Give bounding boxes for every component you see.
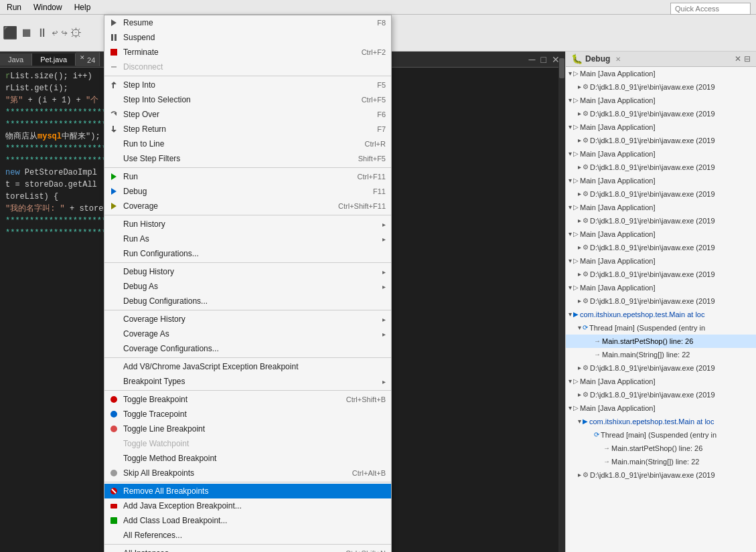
menu-item-debug-configurations[interactable]: Debug Configurations... — [104, 294, 391, 308]
maximize-button[interactable]: □ — [541, 54, 546, 65]
menu-item-run[interactable]: RunCtrl+F11 — [104, 169, 391, 184]
menu-item-suspend[interactable]: Suspend — [104, 30, 391, 45]
tree-item[interactable]: ▸⚙D:\jdk1.8.0_91\jre\bin\javaw.exe (2019 — [566, 107, 756, 120]
menu-item-all-references[interactable]: All References... — [104, 528, 391, 543]
tree-item[interactable]: ▾▷Main [Java Application] — [566, 254, 756, 268]
menu-item-step-return[interactable]: Step ReturnF7 — [104, 122, 391, 136]
menu-item-resume[interactable]: ResumeF8 — [104, 15, 391, 30]
debug-close-button[interactable]: ✕ — [735, 54, 741, 64]
tree-item[interactable]: ⟳Thread [main] (Suspended (entry in — [566, 428, 756, 442]
vertical-scrollbar[interactable] — [558, 52, 565, 552]
expand-icon[interactable]: ▾ — [569, 256, 572, 266]
menu-item-run-history[interactable]: Run History▸ — [104, 217, 391, 232]
tree-item[interactable]: →Main.main(String[]) line: 22 — [566, 348, 756, 361]
quick-access-input[interactable] — [670, 3, 751, 15]
menu-item-toggle-line-breakpoint[interactable]: Toggle Line Breakpoint — [104, 422, 391, 436]
expand-icon[interactable]: ▾ — [569, 376, 572, 387]
tree-item[interactable]: ▾▶com.itshixun.epetshop.test.Main at loc — [566, 415, 756, 428]
menu-item-remove-all-breakpoints[interactable]: Remove All Breakpoints — [104, 484, 391, 498]
tab-pet-java[interactable]: Pet.java — [32, 54, 76, 66]
expand-icon[interactable]: ▸ — [578, 162, 581, 173]
menu-item-debug-as[interactable]: Debug As▸ — [104, 279, 391, 294]
menu-item-toggle-breakpoint[interactable]: Toggle BreakpointCtrl+Shift+B — [104, 392, 391, 407]
menu-item-step-into-selection[interactable]: Step Into SelectionCtrl+F5 — [104, 92, 391, 107]
menu-run[interactable]: Run — [1, 1, 27, 13]
debug-tree[interactable]: ▾▷Main [Java Application]▸⚙D:\jdk1.8.0_9… — [566, 67, 756, 550]
menu-item-run-to-line[interactable]: Run to LineCtrl+R — [104, 136, 391, 151]
menu-item-coverage[interactable]: CoverageCtrl+Shift+F11 — [104, 199, 391, 213]
expand-icon[interactable]: ▾ — [569, 95, 572, 106]
expand-icon[interactable]: ▸ — [578, 363, 581, 373]
expand-icon[interactable]: ▾ — [569, 122, 572, 132]
tree-item[interactable]: ▾▷Main [Java Application] — [566, 227, 756, 241]
expand-icon[interactable]: ▾ — [569, 403, 572, 413]
expand-icon[interactable]: ▾ — [569, 229, 572, 240]
tree-item[interactable]: ▸⚙D:\jdk1.8.0_91\jre\bin\javaw.exe (2019 — [566, 134, 756, 147]
tab-overflow[interactable]: ✕ 24 — [76, 52, 100, 66]
menu-window[interactable]: Window — [28, 1, 68, 13]
tree-item[interactable]: ▸⚙D:\jdk1.8.0_91\jre\bin\javaw.exe (2019 — [566, 187, 756, 201]
expand-icon[interactable]: ▾ — [569, 175, 572, 186]
expand-icon[interactable]: ▸ — [578, 389, 581, 400]
menu-item-debug-history[interactable]: Debug History▸ — [104, 264, 391, 279]
expand-icon[interactable]: ▾ — [569, 309, 572, 320]
menu-item-step-into[interactable]: Step IntoF5 — [104, 78, 391, 92]
menu-item-skip-all-breakpoints[interactable]: Skip All BreakpointsCtrl+Alt+B — [104, 466, 391, 480]
tree-item[interactable]: ▸⚙D:\jdk1.8.0_91\jre\bin\javaw.exe (2019 — [566, 268, 756, 281]
tree-item[interactable]: →Main.startPetShop() line: 26 — [566, 335, 756, 348]
menu-item-add-java-exception-breakpoint[interactable]: Add Java Exception Breakpoint... — [104, 498, 391, 513]
tree-item[interactable]: ▾▷Main [Java Application] — [566, 375, 756, 388]
expand-icon[interactable]: ▸ — [578, 82, 581, 92]
minimize-button[interactable]: ─ — [529, 54, 536, 65]
tree-item[interactable]: ▾⟳Thread [main] (Suspended (entry in — [566, 321, 756, 335]
menu-item-use-step-filters[interactable]: Use Step FiltersShift+F5 — [104, 151, 391, 166]
menu-item-toggle-method-breakpoint[interactable]: Toggle Method Breakpoint — [104, 451, 391, 466]
menu-item-coverage-history[interactable]: Coverage History▸ — [104, 312, 391, 327]
tree-item[interactable]: ▸⚙D:\jdk1.8.0_91\jre\bin\javaw.exe (2019 — [566, 294, 756, 308]
menu-item-add-v8/chrome-javascript-exception-breakpoint[interactable]: Add V8/Chrome JavaScript Exception Break… — [104, 359, 391, 374]
expand-icon[interactable]: ▾ — [578, 323, 581, 333]
menu-item-all-instances[interactable]: All Instances...Ctrl+Shift+N — [104, 546, 391, 552]
expand-icon[interactable]: ▾ — [569, 149, 572, 159]
menu-item-add-class-load-breakpoint[interactable]: Add Class Load Breakpoint... — [104, 513, 391, 528]
expand-icon[interactable]: ▾ — [578, 416, 581, 427]
tree-item[interactable]: ▾▷Main [Java Application] — [566, 120, 756, 134]
tree-item[interactable]: ▾▷Main [Java Application] — [566, 281, 756, 294]
tree-item[interactable]: ▾▷Main [Java Application] — [566, 401, 756, 415]
menu-item-run-configurations[interactable]: Run Configurations... — [104, 246, 391, 261]
menu-item-debug[interactable]: DebugF11 — [104, 184, 391, 199]
tree-item[interactable]: ▸⚙D:\jdk1.8.0_91\jre\bin\javaw.exe (2019 — [566, 388, 756, 401]
expand-icon[interactable]: ▸ — [578, 108, 581, 119]
expand-icon[interactable]: ▸ — [578, 269, 581, 280]
menu-item-step-over[interactable]: Step OverF6 — [104, 107, 391, 122]
menu-item-run-as[interactable]: Run As▸ — [104, 232, 391, 246]
menu-item-toggle-tracepoint[interactable]: Toggle Tracepoint — [104, 407, 391, 422]
expand-icon[interactable]: ▾ — [569, 68, 572, 79]
menu-item-coverage-as[interactable]: Coverage As▸ — [104, 327, 391, 341]
tree-item[interactable]: ▸⚙D:\jdk1.8.0_91\jre\bin\javaw.exe (2019 — [566, 161, 756, 174]
expand-icon[interactable]: ▾ — [569, 202, 572, 213]
tree-item[interactable]: ▾▷Main [Java Application] — [566, 67, 756, 80]
tree-item[interactable]: ▸⚙D:\jdk1.8.0_91\jre\bin\javaw.exe (2019 — [566, 214, 756, 227]
tree-item[interactable]: →Main.startPetShop() line: 26 — [566, 442, 756, 455]
scroll-thumb[interactable] — [559, 58, 564, 78]
tree-item[interactable]: ▾▷Main [Java Application] — [566, 201, 756, 214]
menu-help[interactable]: Help — [69, 1, 96, 13]
expand-icon[interactable]: ▸ — [578, 470, 581, 480]
expand-icon[interactable]: ▸ — [578, 189, 581, 199]
tree-item[interactable]: ▸⚙D:\jdk1.8.0_91\jre\bin\javaw.exe (2019 — [566, 468, 756, 482]
tree-item[interactable]: ▸⚙D:\jdk1.8.0_91\jre\bin\javaw.exe (2019 — [566, 361, 756, 375]
menu-item-breakpoint-types[interactable]: Breakpoint Types▸ — [104, 374, 391, 389]
debug-minimize-button[interactable]: ⊟ — [744, 54, 751, 64]
expand-icon[interactable]: ▸ — [578, 296, 581, 306]
expand-icon[interactable]: ▸ — [578, 215, 581, 226]
tab-java[interactable]: Java — [0, 54, 32, 66]
tree-item[interactable]: ▸⚙D:\jdk1.8.0_91\jre\bin\javaw.exe (2019 — [566, 241, 756, 254]
tree-item[interactable]: ▾▷Main [Java Application] — [566, 174, 756, 187]
menu-item-terminate[interactable]: TerminateCtrl+F2 — [104, 45, 391, 60]
expand-icon[interactable]: ▸ — [578, 242, 581, 253]
tree-item[interactable]: →Main.main(String[]) line: 22 — [566, 455, 756, 468]
tree-item[interactable]: ▾▷Main [Java Application] — [566, 94, 756, 107]
menu-item-coverage-configurations[interactable]: Coverage Configurations... — [104, 341, 391, 356]
tree-item[interactable]: ▾▶com.itshixun.epetshop.test.Main at loc — [566, 308, 756, 321]
